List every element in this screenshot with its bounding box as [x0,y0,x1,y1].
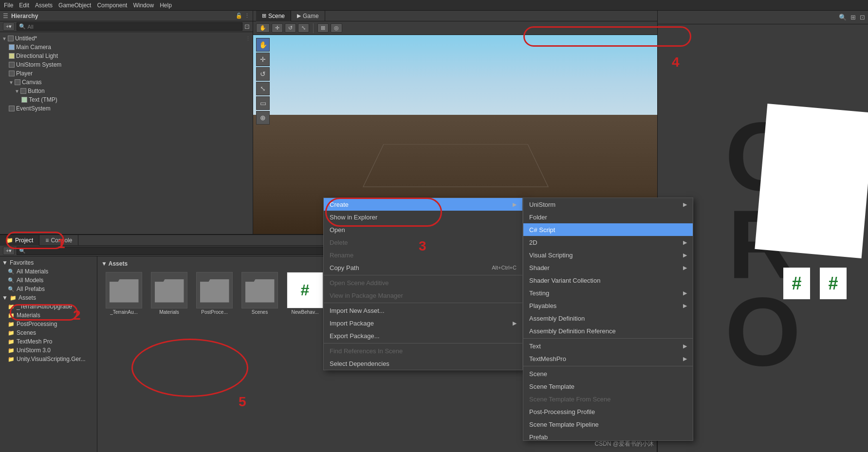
sub-2d[interactable]: 2D ▶ [523,236,693,249]
sub-scene-template-pipeline-label: Scene Template Pipeline [529,421,599,428]
scene-gizmo-btn[interactable]: ◎ [331,23,342,33]
sub-scene-template[interactable]: Scene Template [523,380,693,393]
sub-prefab[interactable]: Prefab [523,431,693,441]
assets-header[interactable]: ▼ 📁 Assets [0,293,97,302]
sub-shader-arrow: ▶ [683,265,687,271]
tree-item-maincamera[interactable]: Main Camera [0,43,253,52]
layers-icon[interactable]: ⊞ [850,14,856,21]
tree-item-dirlight[interactable]: Directional Light [0,52,253,60]
sidebar-all-models[interactable]: 🔍 All Models [0,276,97,285]
sub-visual-scripting[interactable]: Visual Scripting ▶ [523,249,693,261]
tool-scale[interactable]: ⤡ [256,82,270,95]
tool-rect[interactable]: ▭ [256,96,270,110]
more-icon[interactable]: ⋮ [244,13,250,19]
menu-component[interactable]: Component [97,2,127,9]
sub-scene-template-pipeline[interactable]: Scene Template Pipeline [523,418,693,431]
scene-tool-move[interactable]: ✛ [272,23,283,33]
ctx-select-deps[interactable]: Select Dependencies [324,357,522,370]
inspector-icon[interactable]: 🔍 [839,14,847,21]
scene-sky [253,35,657,125]
tab-console[interactable]: ≡ Console [39,235,78,246]
scene-icon [8,36,14,41]
menu-edit[interactable]: Edit [19,2,29,9]
ctx-import-new[interactable]: Import New Asset... [324,304,522,317]
sidebar-textmesh[interactable]: 📁 TextMesh Pro [0,337,97,346]
ctx-export-package[interactable]: Export Package... [324,329,522,342]
scene-tool-hand[interactable]: ✋ [256,23,270,33]
hierarchy-tree: ▼ Untitled* ⋮ Main Camera Directional Li… [0,32,253,115]
add-asset-btn[interactable]: +▾ [3,247,15,255]
hierarchy-toolbar: +▾ 🔍 All ⊡ [0,21,253,32]
favorites-header[interactable]: ▼ Favorites [0,258,97,267]
sub-csharp-script[interactable]: C# Script [523,223,693,236]
tool-rotate[interactable]: ↺ [256,67,270,81]
tree-item-untitled[interactable]: ▼ Untitled* ⋮ [0,34,253,43]
sub-post-processing[interactable]: Post-Processing Profile [523,405,693,418]
menu-assets[interactable]: Assets [35,2,53,9]
lock-icon[interactable]: 🔓 [236,13,242,19]
sub-shader[interactable]: Shader ▶ [523,261,693,274]
sub-shader-variant[interactable]: Shader Variant Collection [523,274,693,287]
sub-visual-scripting-arrow: ▶ [683,252,687,258]
sidebar-scenes[interactable]: 📁 Scenes [0,328,97,337]
sub-testing[interactable]: Testing ▶ [523,287,693,299]
sub-playables[interactable]: Playables ▶ [523,299,693,312]
add-button[interactable]: +▾ [3,22,15,31]
file-item-postprocess[interactable]: PostProce... [194,272,235,315]
sidebar-all-prefabs[interactable]: 🔍 All Prefabs [0,285,97,293]
sub-unistorm[interactable]: UniStorm ▶ [523,198,693,211]
sub-text[interactable]: Text ▶ [523,340,693,352]
menu-gameobject[interactable]: GameObject [58,2,91,9]
sub-scene[interactable]: Scene [523,367,693,380]
tool-hand[interactable]: ✋ [256,38,270,52]
ctx-show-explorer[interactable]: Show in Explorer [324,211,522,223]
menu-window[interactable]: Window [133,2,154,9]
sub-assembly-def[interactable]: Assembly Definition [523,312,693,325]
menu-file[interactable]: File [4,2,13,9]
hierarchy-menu-icon[interactable]: ☰ [3,13,8,19]
tree-item-button[interactable]: ▼ Button [0,87,253,95]
tool-transform[interactable]: ⊕ [256,111,270,125]
tab-game[interactable]: ▶ Game [291,11,325,21]
ctx-open-label: Open [330,226,345,234]
game-tab-icon: ▶ [297,13,301,19]
ctx-import-package[interactable]: Import Package ▶ [324,317,522,329]
folder-icon: 📁 [8,356,15,362]
sidebar-materials[interactable]: 📁 Materials [0,311,97,320]
tab-project[interactable]: 📁 Project [0,235,39,246]
sidebar-all-materials[interactable]: 🔍 All Materials [0,267,97,276]
tool-move[interactable]: ✛ [256,53,270,66]
ctx-create[interactable]: Create ▶ [324,198,522,211]
layout-icon[interactable]: ⊡ [860,14,865,21]
tree-item-player[interactable]: Player [0,69,253,78]
scene-grid-btn[interactable]: ⊞ [317,23,329,33]
sub-folder[interactable]: Folder [523,211,693,223]
tree-item-text[interactable]: Text (TMP) [0,95,253,104]
sub-assembly-def-ref[interactable]: Assembly Definition Reference [523,325,693,337]
tree-item-canvas[interactable]: ▼ Canvas [0,78,253,87]
file-item-script1[interactable]: # NewBehav... [284,272,326,315]
file-item-scenes[interactable]: Scenes [239,272,280,315]
tab-scene[interactable]: ⊞ Scene [256,11,291,21]
sidebar-terrain[interactable]: 📁 _TerrainAutoUpgrade [0,302,97,311]
file-item-materials[interactable]: Materials [148,272,190,315]
ctx-copy-path[interactable]: Copy Path Alt+Ctrl+C [324,261,522,274]
sidebar-visualscripting[interactable]: 📁 Unity.VisualScripting.Ger... [0,355,97,363]
ctx-open[interactable]: Open [324,223,522,236]
hierarchy-search[interactable]: 🔍 All [17,22,242,31]
scene-tool-rotate[interactable]: ↺ [285,23,296,33]
bg-letter-o2: O [725,288,801,376]
sub-scene-template-label: Scene Template [529,383,574,390]
folder-shape [110,278,139,303]
sidebar-postprocessing[interactable]: 📁 PostProcessing [0,320,97,328]
menu-help[interactable]: Help [160,2,172,9]
sub-textmeshpro[interactable]: TextMeshPro ▶ [523,352,693,365]
file-label: NewBehav... [292,309,319,315]
scene-filter-icon[interactable]: ⊡ [244,23,250,30]
tree-item-eventsystem[interactable]: EventSystem [0,104,253,113]
sidebar-unistorm[interactable]: 📁 UniStorm 3.0 [0,346,97,355]
file-item-terrain[interactable]: _TerrainAu... [103,272,145,315]
scene-tool-scale[interactable]: ⤡ [298,23,309,33]
tree-item-unistorm[interactable]: UniStorm System [0,60,253,69]
sub-divider1 [523,338,693,339]
